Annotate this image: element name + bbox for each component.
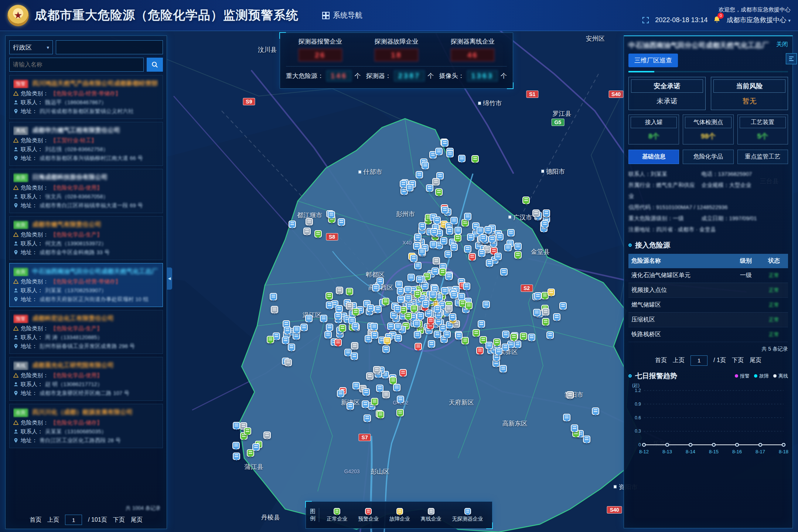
map-marker-no-detector[interactable] [305, 315, 313, 322]
company-list-item[interactable]: 在营 四川川化（成都）能源发展有限公司 危险类别：【危险化学品-储存】 联系人：… [9, 404, 163, 448]
map-marker-no-detector[interactable] [464, 213, 471, 220]
map-marker-normal[interactable] [461, 337, 469, 344]
map-marker-no-detector[interactable] [397, 287, 404, 295]
map-marker-offline[interactable] [284, 359, 292, 366]
map-marker-normal[interactable] [371, 398, 378, 405]
close-button[interactable]: 关闭 [776, 41, 788, 48]
map-marker-no-detector[interactable] [592, 407, 599, 415]
map-marker-offline[interactable] [346, 302, 353, 310]
map-marker-no-detector[interactable] [371, 331, 378, 339]
map-marker-no-detector[interactable] [351, 352, 358, 360]
map-marker-no-detector[interactable] [282, 337, 289, 344]
map-marker-no-detector[interactable] [429, 291, 437, 298]
map-marker-no-detector[interactable] [583, 436, 590, 443]
map-marker-normal[interactable] [314, 230, 322, 238]
company-list-item[interactable]: 离线 成都华力燃气工程有限责任公司 危险类别：【工贸行业-轻工】 联系人：刘志强… [9, 122, 163, 166]
map-marker-offline[interactable] [432, 178, 440, 185]
map-marker-no-detector[interactable] [433, 216, 441, 224]
map-marker-offline[interactable] [542, 308, 549, 316]
legend-item[interactable]: 正常企业 [327, 508, 347, 522]
notification-button[interactable]: 0 [713, 16, 720, 25]
map-marker-no-detector[interactable] [500, 268, 508, 276]
map-marker-no-detector[interactable] [288, 344, 295, 351]
3d-patrol-button[interactable]: 三维厂区巡查 [628, 54, 678, 67]
map-marker-no-detector[interactable] [534, 292, 542, 300]
map-marker-normal[interactable] [377, 411, 384, 418]
info-expand-button[interactable] [786, 53, 797, 64]
map-marker-no-detector[interactable] [458, 155, 466, 162]
map-marker-no-detector[interactable] [434, 306, 441, 313]
map-marker-no-detector[interactable] [486, 259, 493, 267]
legend-item[interactable]: 故障企业 [389, 508, 410, 522]
map-marker-no-detector[interactable] [444, 250, 452, 258]
company-list-item[interactable]: 预警 四川鸿远天然气产品有限公司成都新都经营部 危险类别：【危险化学品-经营-带… [9, 75, 163, 119]
prev-page-button[interactable]: 上页 [47, 516, 59, 524]
map-marker-offline[interactable] [373, 366, 381, 374]
map-marker-no-detector[interactable] [410, 255, 417, 262]
map-marker-no-detector[interactable] [335, 305, 343, 313]
map-marker-no-detector[interactable] [300, 324, 308, 331]
map-marker-no-detector[interactable] [445, 273, 453, 280]
system-nav-button[interactable]: 系统导航 [322, 10, 362, 20]
map-marker-no-detector[interactable] [397, 396, 404, 403]
map-marker-normal[interactable] [389, 377, 397, 384]
map-marker-no-detector[interactable] [484, 226, 492, 233]
map-marker-normal[interactable] [325, 292, 333, 300]
legend-item[interactable]: 离线企业 [421, 508, 441, 522]
map-marker-normal[interactable] [473, 329, 480, 337]
map-marker-no-detector[interactable] [416, 276, 423, 283]
map-marker-no-detector[interactable] [553, 313, 560, 321]
trend-legend-item[interactable]: 故障 [754, 373, 769, 379]
map-marker-no-detector[interactable] [338, 218, 345, 226]
company-list-item[interactable]: 在营 日海成都科技股份有限公司 危险类别：【危险化学品-使用】 联系人：张文兵（… [9, 169, 163, 213]
map-marker-offline[interactable] [366, 372, 374, 380]
map-marker-no-detector[interactable] [233, 453, 240, 460]
company-list-item[interactable]: 预警 成都科宏达化工有限责任公司 危险类别：【危险化学品-生产】 联系人：周 涛… [9, 310, 163, 354]
map-marker-offline[interactable] [263, 432, 271, 439]
map-marker-no-detector[interactable] [499, 365, 507, 372]
map-marker-no-detector[interactable] [347, 402, 354, 410]
search-input[interactable] [9, 58, 144, 72]
map-marker-no-detector[interactable] [432, 267, 439, 275]
map-marker-fault[interactable] [383, 337, 391, 344]
map-marker-no-detector[interactable] [337, 390, 344, 397]
map-marker-no-detector[interactable] [416, 171, 423, 178]
map-marker-no-detector[interactable] [441, 206, 449, 214]
map-marker-no-detector[interactable] [464, 245, 471, 253]
map-marker-alarm[interactable] [468, 253, 476, 260]
map-marker-no-detector[interactable] [533, 309, 540, 316]
map-marker-offline[interactable] [271, 306, 278, 313]
map-marker-no-detector[interactable] [395, 281, 403, 288]
map-marker-alarm[interactable] [334, 339, 342, 346]
map-marker-no-detector[interactable] [546, 331, 554, 339]
map-marker-normal[interactable] [514, 251, 522, 259]
map-marker-no-detector[interactable] [362, 388, 370, 396]
map-marker-no-detector[interactable] [397, 296, 405, 303]
map-marker-no-detector[interactable] [414, 233, 422, 241]
map-marker-alarm[interactable] [399, 369, 407, 376]
first-page-button[interactable]: 首页 [30, 516, 41, 524]
map-marker-normal[interactable] [339, 324, 346, 332]
map-marker-offline[interactable] [336, 287, 343, 294]
map-marker-no-detector[interactable] [352, 323, 359, 330]
page-number-input[interactable] [65, 515, 82, 525]
map-marker-normal[interactable] [493, 338, 501, 346]
map-marker-no-detector[interactable] [502, 344, 509, 351]
map-marker-no-detector[interactable] [394, 323, 402, 330]
map-marker-no-detector[interactable] [435, 148, 443, 155]
map-marker-no-detector[interactable] [496, 233, 504, 241]
map-marker-no-detector[interactable] [418, 248, 426, 255]
map-marker-no-detector[interactable] [441, 139, 449, 147]
map-marker-no-detector[interactable] [414, 331, 421, 338]
map-marker-no-detector[interactable] [463, 283, 470, 290]
map-marker-offline[interactable] [382, 391, 390, 398]
map-marker-no-detector[interactable] [563, 414, 570, 421]
map-marker-no-detector[interactable] [477, 227, 484, 234]
map-marker-no-detector[interactable] [507, 229, 515, 236]
map-marker-no-detector[interactable] [387, 323, 395, 330]
map-marker-no-detector[interactable] [450, 291, 458, 299]
map-marker-no-detector[interactable] [494, 253, 502, 260]
tab-危险化学品[interactable]: 危险化学品 [683, 150, 733, 164]
fullscreen-icon[interactable] [642, 17, 649, 24]
map-marker-normal[interactable] [267, 336, 274, 343]
